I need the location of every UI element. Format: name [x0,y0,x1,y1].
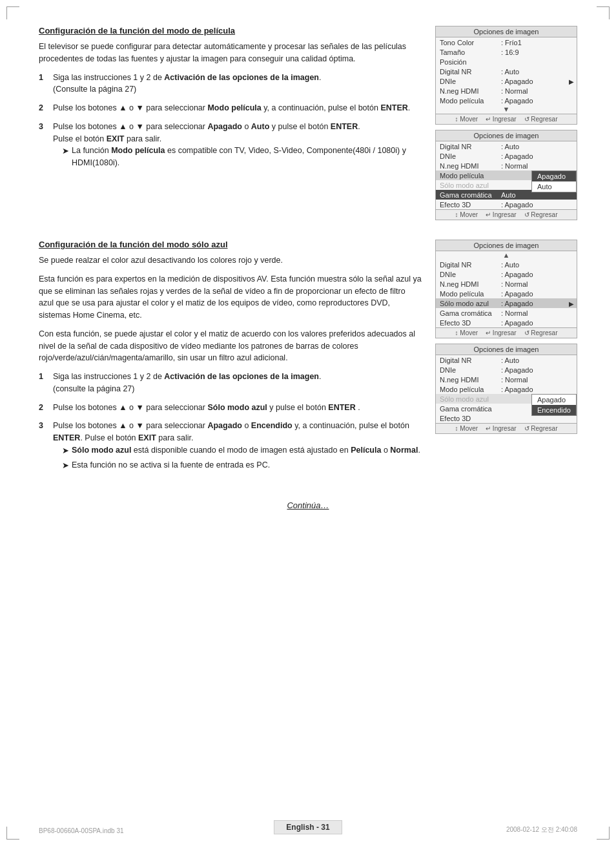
section1-step1: 1 Siga las instrucciones 1 y 2 de Activa… [39,72,422,96]
section1-title: Configuración de la función del modo de … [39,26,422,36]
row-value: : Normal [501,162,573,170]
row-label: N.neg HDMI [440,376,501,384]
row-label: Digital NR [440,143,501,150]
panel1: Opciones de imagen Tono Color : Frío1 Ta… [435,26,577,125]
row-value: : Apagado [501,319,573,327]
panel-row: N.neg HDMI : Normal [436,86,577,96]
panel-row: N.neg HDMI : Normal [436,375,577,384]
row-value: : Apagado [501,271,573,278]
row-value: : Normal [501,309,573,317]
dropdown-popup2: Apagado Encendido [531,394,577,416]
section2-step3: 3 Pulse los botones ▲ o ▼ para seleccion… [39,420,422,475]
step-num: 1 [39,371,48,395]
section2-body2: Esta función es para expertos en la medi… [39,273,422,322]
row-label: Sólo modo azul [440,395,501,403]
panel-row: Efecto 3D : Apagado [436,200,577,209]
arrow-note: ➤ Sólo modo azul está disponible cuando … [62,444,422,457]
row-value: : Normal [501,87,573,95]
section2: Configuración de la función del modo sól… [39,240,577,481]
panel1-title: Opciones de imagen [436,26,577,37]
panel-row: Digital NR : Auto [436,141,577,151]
row-label: N.neg HDMI [440,162,501,170]
step-content: Pulse los botones ▲ o ▼ para seleccionar… [53,121,422,172]
panel-footer: ↕ Mover ↵ Ingresar ↺ Regresar [436,114,577,124]
panel-footer: ↕ Mover ↵ Ingresar ↺ Regresar [436,209,577,220]
step-num: 3 [39,420,48,475]
panel-row: DNIe : Apagado [436,269,577,279]
panel-row: Tamaño : 16:9 [436,47,577,57]
row-label: Gama cromática [440,309,501,317]
step-content: Siga las instrucciones 1 y 2 de Activaci… [53,371,422,395]
row-label: DNIe [440,77,501,85]
row-value: : Normal [501,376,573,384]
panel4: Opciones de imagen Digital NR : Auto DNI… [435,344,577,434]
arrow-note: ➤ Esta función no se activa si la fuente… [62,459,422,472]
row-value: : Auto [501,356,573,364]
row-value: : Frío1 [501,39,573,46]
continua: Continúa… [39,500,577,510]
row-label: Digital NR [440,356,501,364]
panel-row: Modo película : Apagado [436,384,577,394]
dropdown-item-apagado: Apagado [532,395,576,405]
step-num: 2 [39,402,48,414]
panel-row: Digital NR : Auto [436,355,577,365]
step-num: 3 [39,121,48,172]
row-label: Efecto 3D [440,201,501,209]
row-label: N.neg HDMI [440,87,501,95]
panel-row: N.neg HDMI : Normal [436,279,577,289]
section2-step2: 2 Pulse los botones ▲ o ▼ para seleccion… [39,402,422,414]
row-label: Tono Color [440,39,501,46]
row-label: Efecto 3D [440,319,501,327]
note-text: Sólo modo azul está disponible cuando el… [72,444,420,457]
panel-row: Posición [436,57,577,67]
dropdown-item-apagado: Apagado [532,171,576,181]
row-label: Digital NR [440,68,501,76]
footer-move: ↕ Mover [455,211,478,218]
footer-return: ↺ Regresar [524,211,558,218]
row-label: Sólo modo azul [440,181,501,189]
section1: Configuración de la función del modo de … [39,26,577,220]
dropdown-popup: Apagado Auto [531,170,577,192]
section2-text: Configuración de la función del modo sól… [39,240,422,481]
step-content: Pulse los botones ▲ o ▼ para seleccionar… [53,402,422,414]
row-value: : 16:9 [501,48,573,56]
footer-return: ↺ Regresar [524,116,558,123]
panel-row-dimmed: Sólo modo azul Apagado Encendido [436,394,577,404]
section2-title: Configuración de la función del modo sól… [39,240,422,249]
dropdown-item-auto: Auto [532,181,576,192]
row-label: Modo película [440,290,501,298]
panel-row: Modo película : Apagado [436,289,577,298]
date-info: 2008-02-12 오전 2:40:08 [506,825,577,834]
panel-row-selected: Sólo modo azul : Apagado ▶ [436,298,577,308]
row-label: Modo película [440,172,501,180]
step-content: Pulse los botones ▲ o ▼ para seleccionar… [53,420,422,475]
panel-arrow-down: ▼ [436,105,577,114]
arrow-sym: ➤ [62,444,69,457]
footer-enter: ↵ Ingresar [486,116,516,123]
row-label: Efecto 3D [440,415,501,422]
row-label: Posición [440,58,501,66]
row-value [501,58,573,66]
row-value: : Apagado [501,201,573,209]
section2-step1: 1 Siga las instrucciones 1 y 2 de Activa… [39,371,422,395]
step-content: Siga las instrucciones 1 y 2 de Activaci… [53,72,422,96]
row-value: : Normal [501,280,573,288]
row-value: : Auto [501,261,573,269]
section2-panels: Opciones de imagen ▲ Digital NR : Auto D… [435,240,577,481]
panel-row: Digital NR : Auto [436,260,577,269]
row-label: Sólo modo azul [440,300,501,307]
panel-row: Digital NR : Auto [436,67,577,76]
panel-row: Tono Color : Frío1 [436,37,577,47]
footer-return: ↺ Regresar [524,425,558,432]
panel-row: Gama cromática : Normal [436,308,577,318]
row-value: : Apagado [501,152,573,160]
step-num: 1 [39,72,48,96]
row-label: DNIe [440,366,501,374]
row-label: Modo película [440,97,501,105]
section1-panels: Opciones de imagen Tono Color : Frío1 Ta… [435,26,577,220]
footer-enter: ↵ Ingresar [486,425,516,432]
row-value: : Apagado [501,366,573,374]
footer-move: ↕ Mover [455,425,478,432]
panel-row: DNIe : Apagado [436,151,577,161]
row-value: : Auto [501,143,573,150]
